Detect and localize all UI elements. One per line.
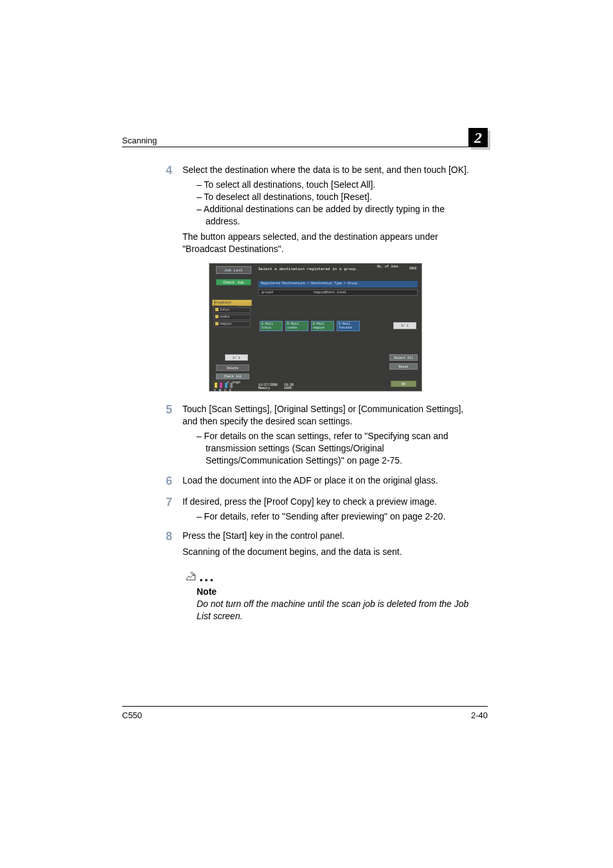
breadcrumb: Registered Destinations > Destination Ty… [258, 281, 418, 287]
step-subitem: Additional destinations can be added by … [197, 203, 478, 228]
page-number: 2-40 [471, 710, 488, 720]
step-number: 6 [122, 475, 180, 488]
select-all-button[interactable]: Select All [389, 354, 418, 361]
instruction-text: Select a destination registered in a gro… [258, 267, 358, 271]
group-name: group4 [262, 291, 273, 294]
step-subitem: For details on the scan settings, refer … [197, 430, 478, 467]
step-text: Select the destination where the data is… [182, 165, 469, 175]
memory-label: Memory [258, 386, 270, 390]
device-screenshot: Job List Select a destination registered… [209, 263, 422, 392]
step-subitem: For details, refer to "Sending after pre… [197, 511, 478, 523]
destination-item[interactable]: tokyo [213, 307, 251, 313]
step-text: Load the document into the ADF or place … [182, 475, 438, 485]
step-number: 4 [122, 164, 180, 177]
jobcount-label: No. of Jobs [377, 265, 398, 269]
group-button[interactable]: E-Mailosaka [285, 321, 308, 331]
step-subitem: To select all destinations, touch [Selec… [197, 179, 478, 191]
step-followup: The button appears selected, and the des… [182, 231, 478, 255]
note-icon [185, 570, 197, 584]
note-text: Do not turn off the machine until the sc… [197, 598, 481, 622]
note-heading: Note [197, 586, 481, 597]
group-address: nagoya@test.local [314, 291, 346, 294]
check-job-settings-button[interactable]: Check Job Settings [216, 374, 249, 379]
note-ellipsis: ... [199, 568, 215, 584]
group-button[interactable]: E-Mailnagoya [311, 321, 334, 331]
chapter-number: 2 [468, 128, 488, 147]
reset-button[interactable]: Reset [389, 363, 418, 370]
step-text: If desired, press the [Proof Copy] key t… [182, 496, 437, 507]
mail-icon [215, 308, 218, 311]
group-button[interactable]: E-Mailfukuoka [337, 321, 360, 331]
destination-item[interactable]: nagoya [213, 321, 251, 327]
memory-percent: 100% [284, 386, 292, 390]
page-indicator-right[interactable]: 1/ 1 [393, 322, 416, 329]
ok-button[interactable]: OK [391, 381, 416, 387]
destination-item[interactable]: osaka [213, 314, 251, 320]
broadcast-destinations-header: Broadcast Destinations [212, 300, 252, 306]
step-number: 7 [122, 496, 180, 509]
mail-icon [215, 322, 218, 325]
group-button[interactable]: E-Mailtokyo [260, 321, 283, 331]
section-title: Scanning [122, 136, 157, 145]
page-indicator-left[interactable]: 1/ 1 [225, 354, 248, 361]
job-list-tab[interactable]: Job List [216, 266, 251, 274]
step-subitem: To deselect all destinations, touch [Res… [197, 191, 478, 203]
mail-icon [215, 315, 218, 318]
step-text: Press the [Start] key in the control pan… [182, 530, 344, 541]
step-text: Touch [Scan Settings], [Original Setting… [182, 404, 463, 426]
model-name: C550 [122, 710, 142, 720]
counter: 000 [409, 266, 416, 271]
check-job-button[interactable]: Check Job [216, 279, 251, 285]
toner-levels: Y M C K [213, 381, 233, 388]
step-number: 5 [122, 403, 180, 417]
step-number: 8 [122, 530, 180, 543]
step-followup: Scanning of the document begins, and the… [182, 546, 478, 558]
group-row: group4 nagoya@test.local [258, 289, 418, 296]
delete-button[interactable]: Delete [216, 365, 249, 371]
